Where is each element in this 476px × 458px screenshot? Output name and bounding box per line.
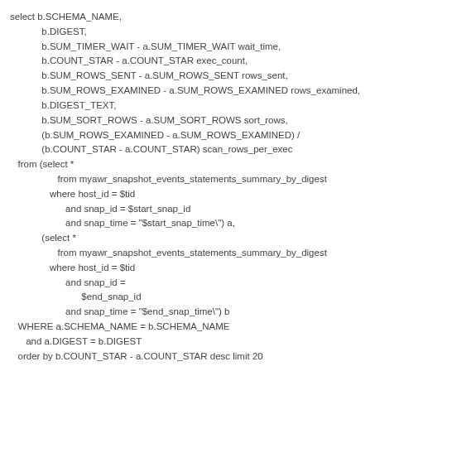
sql-line: b.COUNT_STAR - a.COUNT_STAR exec_count, bbox=[10, 54, 466, 69]
sql-line: where host_id = $tid bbox=[10, 261, 466, 276]
sql-line: b.SUM_SORT_ROWS - a.SUM_SORT_ROWS sort_r… bbox=[10, 113, 466, 128]
sql-line: and snap_time = "$end_snap_time\") b bbox=[10, 305, 466, 320]
sql-line: b.DIGEST, bbox=[10, 25, 466, 40]
sql-line: (b.COUNT_STAR - a.COUNT_STAR) scan_rows_… bbox=[10, 142, 466, 157]
sql-line: (b.SUM_ROWS_EXAMINED - a.SUM_ROWS_EXAMIN… bbox=[10, 128, 466, 143]
sql-line: b.DIGEST_TEXT, bbox=[10, 99, 466, 113]
sql-line: (select * bbox=[10, 231, 466, 246]
sql-query-block: select b.SCHEMA_NAME, b.DIGEST, b.SUM_TI… bbox=[10, 10, 466, 364]
sql-line: and snap_id = bbox=[10, 276, 466, 291]
sql-line: WHERE a.SCHEMA_NAME = b.SCHEMA_NAME bbox=[10, 320, 466, 335]
sql-line: b.SUM_ROWS_EXAMINED - a.SUM_ROWS_EXAMINE… bbox=[10, 84, 466, 99]
sql-line: and snap_id = $start_snap_id bbox=[10, 202, 466, 217]
sql-line: select b.SCHEMA_NAME, bbox=[10, 10, 466, 25]
sql-line: b.SUM_TIMER_WAIT - a.SUM_TIMER_WAIT wait… bbox=[10, 40, 466, 55]
sql-line: and a.DIGEST = b.DIGEST bbox=[10, 335, 466, 350]
sql-line: order by b.COUNT_STAR - a.COUNT_STAR des… bbox=[10, 350, 466, 364]
sql-line: from myawr_snapshot_events_statements_su… bbox=[10, 246, 466, 261]
sql-line: where host_id = $tid bbox=[10, 187, 466, 202]
sql-line: and snap_time = "$start_snap_time\") a, bbox=[10, 216, 466, 231]
sql-line: from myawr_snapshot_events_statements_su… bbox=[10, 172, 466, 187]
sql-line: b.SUM_ROWS_SENT - a.SUM_ROWS_SENT rows_s… bbox=[10, 69, 466, 84]
sql-line: from (select * bbox=[10, 157, 466, 172]
sql-line: $end_snap_id bbox=[10, 290, 466, 305]
